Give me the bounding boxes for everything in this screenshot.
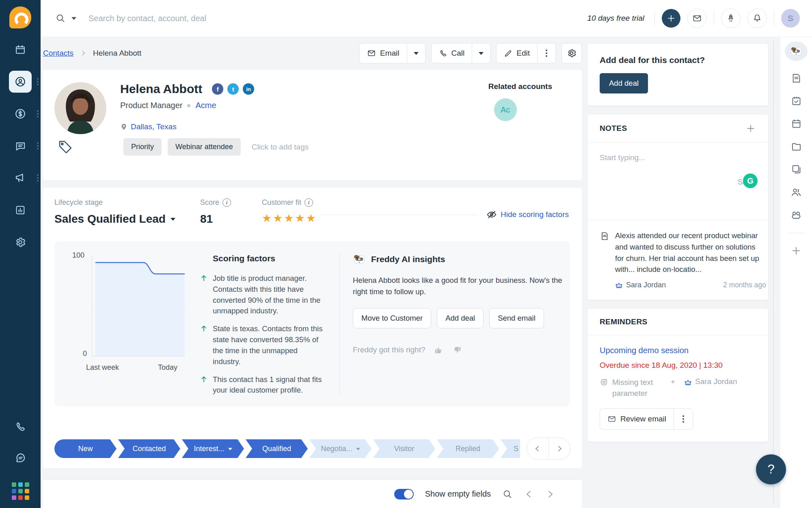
analytics-icon <box>15 204 26 216</box>
connectors-widget-icon[interactable] <box>790 210 802 221</box>
related-account-avatar[interactable]: Ac <box>494 98 517 121</box>
pipeline-stage-new[interactable]: New <box>54 439 117 458</box>
conversations-menu-dots[interactable] <box>37 145 39 147</box>
sidebar-item-settings[interactable] <box>9 231 32 253</box>
pipeline-stage-negotiation[interactable]: Negotia... <box>309 439 371 458</box>
conversations-icon <box>15 140 26 152</box>
pipeline-stage-contacted[interactable]: Contacted <box>118 439 180 458</box>
global-search-input[interactable] <box>88 13 300 24</box>
contact-location-link[interactable]: Dallas, Texas <box>131 122 177 131</box>
reminder-missing-param: Missing text parameter <box>612 377 662 399</box>
page-settings-button[interactable] <box>561 43 582 63</box>
deals-menu-dots[interactable] <box>37 113 39 115</box>
gear-icon <box>567 48 577 58</box>
pipeline-stage-interested[interactable]: Interest... <box>182 439 244 458</box>
prev-record-icon[interactable] <box>524 489 534 499</box>
show-empty-fields-toggle[interactable] <box>394 489 414 499</box>
contacts-menu-dots[interactable] <box>37 81 39 82</box>
notes-widget-icon[interactable] <box>791 73 802 84</box>
search-scope-caret-icon[interactable] <box>71 17 76 22</box>
whats-new-button[interactable] <box>721 9 741 28</box>
freshworks-logo[interactable] <box>9 7 31 28</box>
thumbs-up-icon[interactable] <box>434 345 443 355</box>
x-axis-start-label: Last week <box>86 363 119 372</box>
right-panel: Add deal for this contact? Add deal NOTE… <box>587 37 768 442</box>
breadcrumb-contacts-link[interactable]: Contacts <box>43 49 73 58</box>
search-icon[interactable] <box>55 13 66 24</box>
thumbs-down-icon[interactable] <box>452 345 462 355</box>
next-record-icon[interactable] <box>545 489 555 499</box>
pipeline-scroll-right-button[interactable] <box>549 438 570 459</box>
chevron-down-icon <box>171 218 175 223</box>
help-button[interactable]: ? <box>756 454 786 484</box>
review-email-button[interactable]: Review email <box>600 408 674 430</box>
pipeline-scroll-left-button[interactable] <box>527 438 549 459</box>
email-inbox-button[interactable] <box>687 9 707 28</box>
apps-grid-icon[interactable] <box>12 482 29 500</box>
reminder-title-link[interactable]: Upcoming demo session <box>600 346 756 355</box>
more-actions-button[interactable] <box>537 43 556 63</box>
freddy-add-deal-button[interactable]: Add deal <box>437 308 484 328</box>
tag-chip[interactable]: Webinar attendee <box>168 138 241 156</box>
kebab-menu-icon <box>546 52 547 54</box>
pipeline-stage-replied[interactable]: Replied <box>437 439 499 458</box>
edit-button[interactable]: Edit <box>496 43 537 63</box>
send-email-button[interactable]: Send email <box>489 308 544 328</box>
user-avatar[interactable]: S <box>781 9 800 28</box>
related-contacts-widget-icon[interactable] <box>790 187 802 198</box>
sidebar-item-freshchat[interactable] <box>9 447 32 469</box>
sidebar-item-contacts[interactable] <box>9 71 32 93</box>
move-to-customer-button[interactable]: Move to Customer <box>353 308 431 328</box>
campaigns-menu-dots[interactable] <box>37 177 39 179</box>
lifecycle-stage-label: Lifecycle stage <box>54 198 200 207</box>
phone-icon <box>439 49 447 58</box>
lifecycle-stage-value[interactable]: Sales Qualified Lead <box>54 213 200 226</box>
sidebar-item-calendar[interactable] <box>9 39 32 61</box>
hide-scoring-factors-link[interactable]: Hide scoring factors <box>486 209 569 220</box>
topbar-divider <box>654 11 655 25</box>
call-dropdown-button[interactable] <box>472 43 490 63</box>
pipeline-stage-qualified[interactable]: Qualified <box>246 439 308 458</box>
note-list-item[interactable]: Alexis attended our recent product webin… <box>587 220 768 300</box>
add-widget-button[interactable] <box>790 245 802 256</box>
sidebar-item-deals[interactable] <box>9 103 32 125</box>
reminder-owner-name: Sara Jordan <box>695 377 737 386</box>
notes-card: NOTES Start typing... G Save Alexis atte… <box>587 115 768 300</box>
notifications-button[interactable] <box>747 9 767 28</box>
plus-icon <box>666 13 676 23</box>
search-fields-icon[interactable] <box>502 489 513 499</box>
envelope-icon <box>692 13 702 23</box>
appointments-widget-icon[interactable] <box>791 118 802 129</box>
tag-chip[interactable]: Priority <box>123 138 162 156</box>
add-deal-button[interactable]: Add deal <box>600 73 648 93</box>
linkedin-icon[interactable]: in <box>243 83 254 95</box>
panel-scrollbar[interactable] <box>773 41 774 503</box>
facebook-icon[interactable]: f <box>212 83 223 95</box>
note-save-button[interactable]: Save <box>600 162 756 187</box>
call-button[interactable]: Call <box>431 43 472 63</box>
pencil-icon <box>504 49 512 58</box>
tasks-widget-icon[interactable] <box>791 96 802 106</box>
note-input-area[interactable]: Start typing... G Save <box>587 143 768 220</box>
score-trend-line <box>92 255 185 356</box>
files-widget-icon[interactable] <box>791 141 802 152</box>
email-dropdown-button[interactable] <box>407 43 425 63</box>
pipeline-stage-overflow[interactable]: S <box>501 439 520 458</box>
email-button[interactable]: Email <box>359 43 407 63</box>
quick-add-button[interactable] <box>662 9 680 28</box>
pipeline-stage-visitor[interactable]: Visitor <box>373 439 435 458</box>
reminder-more-button[interactable] <box>674 408 693 430</box>
sidebar-item-phone[interactable] <box>9 416 32 438</box>
duplicates-widget-icon[interactable] <box>791 164 802 175</box>
twitter-icon[interactable]: t <box>227 83 239 95</box>
sidebar-item-campaigns[interactable] <box>9 167 32 189</box>
freddy-widget-button[interactable] <box>785 41 808 61</box>
info-icon[interactable]: i <box>304 198 313 207</box>
info-icon[interactable]: i <box>222 198 231 207</box>
deals-dollar-icon <box>14 108 26 120</box>
add-tags-placeholder[interactable]: Click to add tags <box>252 143 309 152</box>
contact-company-link[interactable]: Acme <box>195 101 216 110</box>
sidebar-item-analytics[interactable] <box>9 199 32 221</box>
sidebar-item-conversations[interactable] <box>9 135 32 157</box>
add-note-button[interactable] <box>745 123 756 134</box>
